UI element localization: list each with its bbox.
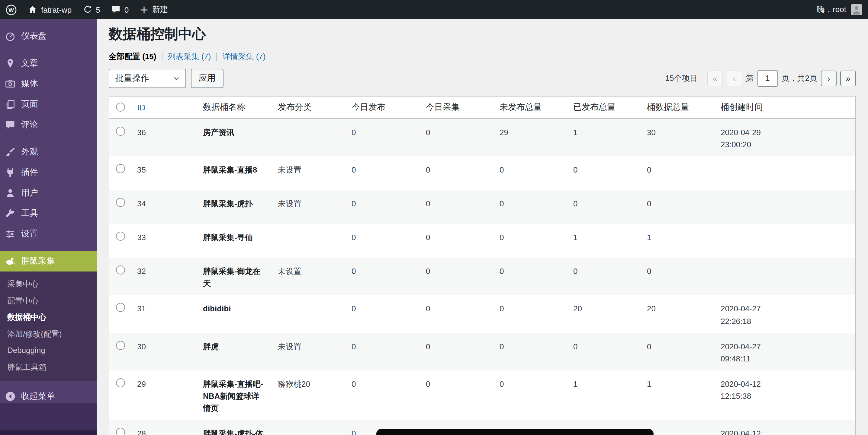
row-checkbox[interactable] <box>116 198 125 207</box>
sidebar-item-dashboard[interactable]: 仪表盘 <box>0 26 97 46</box>
cell-published: 0 <box>567 333 641 370</box>
admin-bar: W fatrat-wp 5 0 新建 嗨，root <box>0 0 868 19</box>
column-header-name: 数据桶名称 <box>197 97 272 118</box>
row-checkbox[interactable] <box>116 127 125 136</box>
sidebar-item-pages[interactable]: 页面 <box>0 94 97 114</box>
cell-total: 0 <box>641 156 715 190</box>
cell-bucket-name[interactable]: 胖虎 <box>203 342 219 351</box>
cell-today-collect: 0 <box>420 156 494 190</box>
row-checkbox[interactable] <box>116 265 125 274</box>
cell-today-collect: 0 <box>420 190 494 224</box>
admin-bar-right[interactable]: 嗨，root <box>817 4 868 15</box>
admin-menu: 仪表盘 文章 媒体 页面 评论 外观 <box>0 19 97 406</box>
sidebar-item-label: 插件 <box>21 167 38 178</box>
submenu-item-config-center[interactable]: 配置中心 <box>0 292 97 309</box>
filter-list-collect[interactable]: 列表采集 (7) <box>167 51 211 62</box>
cell-bucket-name[interactable]: 胖鼠采集-直播吧-NBA新闻篮球详情页 <box>203 379 263 413</box>
cell-created: 2020-04-12 12:15:38 <box>715 370 855 420</box>
sidebar-item-comments[interactable]: 评论 <box>0 114 97 135</box>
cell-bucket-name[interactable]: 房产资讯 <box>203 128 235 137</box>
fatrat-submenu: 采集中心 配置中心 数据桶中心 添加/修改(配置) Debugging 胖鼠工具… <box>0 271 97 381</box>
home-icon <box>28 5 37 14</box>
filter-all[interactable]: 全部配置 (15) <box>109 51 156 62</box>
filter-links: 全部配置 (15) 列表采集 (7) 详情采集 (7) <box>109 51 856 62</box>
cell-bucket-name[interactable]: 胖鼠采集-御龙在天 <box>203 267 261 288</box>
main-content: 数据桶控制中心 全部配置 (15) 列表采集 (7) 详情采集 (7) 批量操作… <box>97 19 868 435</box>
cell-bucket-name[interactable]: 胖鼠采集-直播8 <box>203 165 257 174</box>
pages-icon <box>5 99 16 110</box>
site-name-link[interactable]: fatrat-wp <box>22 0 77 19</box>
row-checkbox[interactable] <box>116 303 125 312</box>
current-page-input[interactable] <box>757 70 778 87</box>
sidebar-item-plugins[interactable]: 插件 <box>0 162 97 183</box>
apply-button[interactable]: 应用 <box>191 69 223 88</box>
row-checkbox[interactable] <box>116 164 125 173</box>
cell-category: 猕猴桃20 <box>272 370 345 420</box>
submenu-item-collect-center[interactable]: 采集中心 <box>0 276 97 292</box>
cell-today-publish: 0 <box>345 156 420 190</box>
sidebar-item-appearance[interactable]: 外观 <box>0 142 97 162</box>
sidebar-item-label: 评论 <box>21 120 38 130</box>
column-header-created: 桶创建时间 <box>715 97 855 118</box>
sidebar-item-fatrat-collect[interactable]: 胖鼠采集 <box>0 251 97 271</box>
submenu-item-add-edit-config[interactable]: 添加/修改(配置) <box>0 326 97 342</box>
cell-category <box>272 224 345 258</box>
sidebar-item-tools[interactable]: 工具 <box>0 203 97 224</box>
cell-total: 30 <box>641 119 715 157</box>
row-checkbox[interactable] <box>116 378 125 387</box>
filter-detail-collect[interactable]: 详情采集 (7) <box>222 51 266 62</box>
sidebar-item-media[interactable]: 媒体 <box>0 74 97 94</box>
submenu-item-bucket-center[interactable]: 数据桶中心 <box>0 309 97 326</box>
settings-icon <box>5 229 16 239</box>
column-header-today-publish: 今日发布 <box>345 97 420 118</box>
cell-today-publish: 0 <box>345 119 420 157</box>
select-all-checkbox[interactable] <box>116 103 125 112</box>
table-row: 36 房产资讯 0 0 29 1 30 2020-04-29 23:00:20 <box>109 119 855 157</box>
cell-id: 35 <box>131 156 197 190</box>
collapse-menu-label: 收起菜单 <box>21 391 55 402</box>
cell-created <box>715 258 855 295</box>
bulk-action-select[interactable]: 批量操作 <box>109 69 186 88</box>
first-page-button: « <box>707 71 723 86</box>
table-body: 36 房产资讯 0 0 29 1 30 2020-04-29 23:00:20 … <box>109 119 855 435</box>
row-checkbox[interactable] <box>116 341 125 349</box>
submenu-item-debugging[interactable]: Debugging <box>0 342 97 359</box>
new-content-link[interactable]: 新建 <box>134 0 173 19</box>
cell-published: 1 <box>567 370 641 420</box>
column-header-category: 发布分类 <box>272 97 345 118</box>
cell-today-collect: 0 <box>420 295 494 333</box>
bulk-action-selected: 批量操作 <box>115 73 149 84</box>
table-row: 32 胖鼠采集-御龙在天 未设置 0 0 0 0 0 <box>109 258 855 295</box>
chevron-down-icon <box>173 75 180 82</box>
sidebar-item-posts[interactable]: 文章 <box>0 53 97 74</box>
cell-category: 未设置 <box>272 156 345 190</box>
submenu-item-toolbox[interactable]: 胖鼠工具箱 <box>0 359 97 375</box>
wordpress-admin: W fatrat-wp 5 0 新建 嗨，root <box>0 0 868 435</box>
table-row: 34 胖鼠采集-虎扑 未设置 0 0 0 0 0 <box>109 190 855 224</box>
wordpress-logo-icon[interactable]: W <box>0 0 22 19</box>
sidebar-item-settings[interactable]: 设置 <box>0 224 97 244</box>
cell-bucket-name[interactable]: 胖鼠采集-寻仙 <box>203 233 253 242</box>
sidebar-item-users[interactable]: 用户 <box>0 183 97 203</box>
column-header-id[interactable]: ID <box>131 97 197 118</box>
filter-separator <box>216 53 217 61</box>
cell-today-publish: 0 <box>345 295 420 333</box>
cell-bucket-name[interactable]: dibidibi <box>203 304 231 313</box>
cell-today-collect: 0 <box>420 224 494 258</box>
comment-icon <box>111 5 121 14</box>
updates-link[interactable]: 5 <box>77 0 105 19</box>
cell-created: 2020-04-12 12:15:38 <box>715 420 855 435</box>
posts-icon <box>5 58 16 69</box>
sidebar-item-label: 页面 <box>21 99 38 110</box>
next-page-button[interactable]: › <box>821 71 837 86</box>
cell-bucket-name[interactable]: 胖鼠采集-虎扑-体育新闻详情页 <box>203 429 263 435</box>
cell-today-collect: 0 <box>420 370 494 420</box>
comments-link[interactable]: 0 <box>106 0 134 19</box>
row-checkbox[interactable] <box>116 428 125 435</box>
last-page-button[interactable]: » <box>840 71 856 86</box>
sidebar-item-label: 外观 <box>21 146 38 158</box>
row-checkbox[interactable] <box>116 232 125 241</box>
screen: W fatrat-wp 5 0 新建 嗨，root <box>0 0 868 435</box>
cell-bucket-name[interactable]: 胖鼠采集-虎扑 <box>203 199 253 208</box>
new-label: 新建 <box>152 4 168 15</box>
